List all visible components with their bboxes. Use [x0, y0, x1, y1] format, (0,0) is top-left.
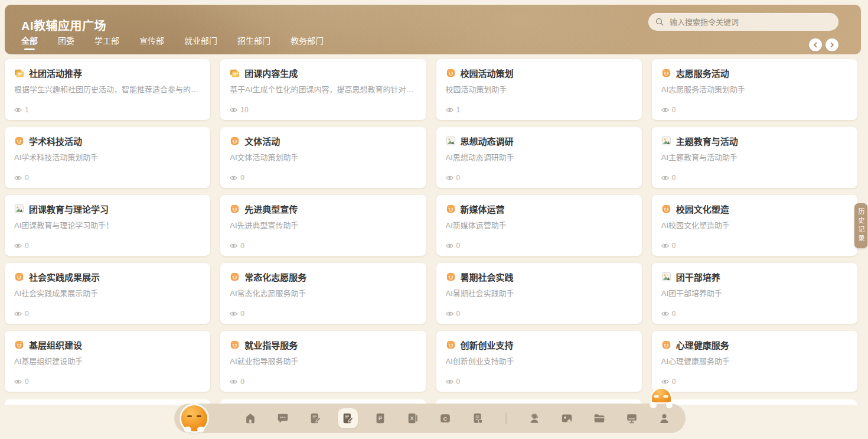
views-count: 0: [672, 242, 676, 250]
views-count: 0: [672, 310, 676, 318]
app-card[interactable]: 创新创业支持 AI创新创业支持助手 0: [436, 331, 642, 392]
views-count: 0: [240, 174, 244, 182]
user-icon[interactable]: [657, 411, 671, 425]
app-card-description: AI文体活动策划助手: [230, 152, 416, 163]
app-card[interactable]: 先进典型宣传 AI先进典型宣传助手 0: [220, 195, 426, 256]
app-card[interactable]: 社会实践成果展示 AI社会实践成果展示助手 0: [5, 263, 210, 324]
app-card[interactable]: 文体活动 AI文体活动策划助手 0: [220, 127, 426, 188]
app-card-title: 文体活动: [244, 135, 280, 147]
app-card-description: AI团课教育与理论学习助手！: [14, 220, 201, 231]
peeking-mascot-icon[interactable]: [649, 388, 674, 409]
views-count: 0: [240, 378, 244, 386]
app-card-title: 思想动态调研: [461, 135, 514, 147]
prev-page-button[interactable]: [809, 38, 822, 51]
doc-report-icon[interactable]: [471, 411, 485, 425]
docs-icon: [230, 68, 240, 78]
app-card-title: 主题教育与活动: [676, 135, 738, 147]
doc-excel-icon[interactable]: X: [406, 411, 420, 425]
eye-icon: [230, 175, 237, 181]
app-card[interactable]: 社团活动推荐 根据学生兴趣和社团历史活动，智能推荐适合参与的社团活动 1: [5, 59, 210, 120]
app-card[interactable]: 校园文化塑造 AI校园文化塑造助手 0: [652, 195, 857, 256]
robot-icon: [14, 136, 24, 146]
tab-团委[interactable]: 团委: [58, 34, 74, 50]
app-card[interactable]: 就业指导服务 AI就业指导服务助手 0: [220, 331, 426, 392]
tab-就业部门[interactable]: 就业部门: [184, 34, 217, 50]
app-card-description: AI暑期社会实践助手: [446, 288, 632, 299]
eye-icon: [661, 311, 669, 317]
app-card[interactable]: 心理健康服务 AI心理健康服务助手 0: [652, 331, 857, 392]
doc-edit-icon[interactable]: [308, 411, 322, 425]
tab-全部[interactable]: 全部: [21, 34, 38, 50]
header-banner: AI教辅应用广场 全部团委学工部宣传部就业部门招生部门教务部门: [5, 5, 861, 54]
svg-text:C: C: [443, 415, 448, 422]
search-input[interactable]: [668, 17, 831, 27]
app-card-description: AI先进典型宣传助手: [230, 220, 416, 231]
app-card[interactable]: 思想动态调研 AI思想动态调研助手 0: [436, 127, 642, 188]
views-count: 0: [240, 310, 244, 318]
agent-headset-icon[interactable]: [527, 411, 541, 425]
doc-ppt-icon[interactable]: P: [373, 411, 387, 425]
image-icon: [14, 204, 24, 214]
eye-icon: [14, 175, 22, 181]
chevron-right-icon: [828, 41, 836, 48]
robot-icon: [661, 68, 671, 78]
search-box[interactable]: [648, 13, 838, 31]
app-card-description: AI新媒体运营助手: [446, 220, 632, 231]
app-card[interactable]: 团课教育与理论学习 AI团课教育与理论学习助手！ 0: [5, 195, 210, 256]
doc-note-icon[interactable]: [338, 408, 358, 428]
robot-icon: [446, 272, 456, 282]
tab-宣传部[interactable]: 宣传部: [139, 34, 164, 50]
image-icon: [661, 136, 671, 146]
home-icon[interactable]: [243, 411, 257, 425]
tab-教务部门[interactable]: 教务部门: [291, 34, 324, 50]
app-card[interactable]: 学术科技活动 AI学术科技活动策划助手 0: [5, 127, 210, 188]
app-card-title: 常态化志愿服务: [244, 271, 306, 283]
app-card[interactable]: 团课内容生成 基于AI生成个性化的团课内容，提高思想教育的针对性和效果 10: [220, 59, 426, 120]
app-card[interactable]: 志愿服务活动 AI志愿服务活动策划助手 0: [652, 59, 857, 120]
app-card[interactable]: 新媒体运营 AI新媒体运营助手 0: [436, 195, 642, 256]
app-card-title: 心理健康服务: [676, 339, 729, 351]
media-image-icon[interactable]: [560, 411, 574, 425]
eye-icon: [230, 311, 237, 317]
app-card-title: 校园文化塑造: [676, 203, 729, 215]
views-count: 1: [25, 106, 29, 114]
next-page-button[interactable]: [825, 38, 838, 51]
chat-icon[interactable]: [276, 411, 290, 425]
app-card-description: AI常态化志愿服务助手: [230, 288, 416, 299]
eye-icon: [14, 107, 22, 113]
chevron-left-icon: [812, 41, 819, 48]
eye-icon: [661, 243, 669, 249]
app-card-description: AI主题教育与活动助手: [661, 152, 848, 163]
search-icon: [655, 18, 664, 26]
eye-icon: [14, 311, 22, 317]
history-records-tab[interactable]: 历史记录: [854, 203, 867, 248]
app-card-title: 团干部培养: [676, 271, 720, 283]
app-card-title: 团课教育与理论学习: [29, 203, 109, 215]
robot-icon: [661, 340, 671, 350]
views-count: 0: [456, 310, 461, 318]
partial-card: [5, 399, 210, 405]
tab-招生部门[interactable]: 招生部门: [237, 34, 270, 50]
mascot-icon[interactable]: [181, 405, 207, 431]
bottom-dock: PXC: [174, 404, 686, 433]
app-card-description: AI就业指导服务助手: [230, 356, 416, 367]
app-card-description: AI心理健康服务助手: [661, 356, 848, 367]
app-card[interactable]: 团干部培养 AI团干部培养助手 0: [652, 263, 857, 324]
app-card[interactable]: 暑期社会实践 AI暑期社会实践助手 0: [436, 263, 642, 324]
app-card-title: 先进典型宣传: [244, 203, 298, 215]
views-count: 1: [456, 106, 461, 114]
app-card[interactable]: 主题教育与活动 AI主题教育与活动助手 0: [652, 127, 857, 188]
app-card[interactable]: 基层组织建设 AI基层组织建设助手 0: [5, 331, 210, 392]
screen-icon[interactable]: [625, 411, 639, 425]
app-card[interactable]: 常态化志愿服务 AI常态化志愿服务助手 0: [220, 263, 426, 324]
robot-icon: [230, 340, 240, 350]
robot-icon: [446, 340, 456, 350]
code-badge-icon[interactable]: C: [438, 411, 452, 425]
robot-icon: [230, 272, 240, 282]
app-card[interactable]: 校园活动策划 校园活动策划助手 1: [436, 59, 642, 120]
app-card-title: 基层组织建设: [29, 339, 82, 351]
views-count: 0: [456, 174, 461, 182]
folder-icon[interactable]: [592, 411, 606, 425]
image-icon: [446, 136, 456, 146]
tab-学工部[interactable]: 学工部: [94, 34, 119, 50]
